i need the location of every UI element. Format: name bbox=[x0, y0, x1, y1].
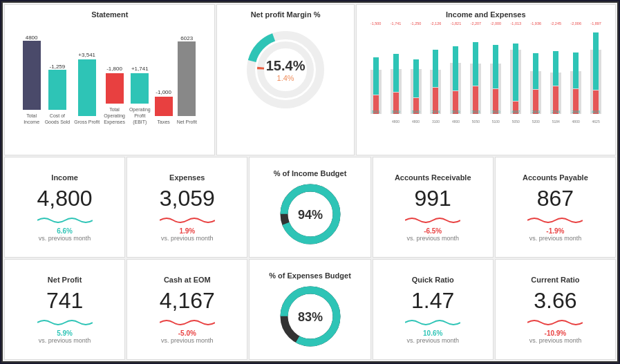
ie-x-label-8: 5200 bbox=[532, 119, 540, 124]
ie-bar-group-3: -2,12629743100 bbox=[426, 21, 446, 125]
kpi-value: 741 bbox=[46, 289, 83, 312]
ie-expense-label-0: -1,500 bbox=[370, 21, 382, 26]
bar-rect-4 bbox=[131, 73, 149, 104]
ie-income-bar-3 bbox=[433, 50, 438, 87]
ie-expense-label-9: -2,245 bbox=[550, 21, 561, 26]
kpi-title: Net Profit bbox=[48, 276, 82, 284]
budget-title-0: % of Income Budget bbox=[274, 169, 347, 178]
wave-icon bbox=[527, 213, 583, 224]
kpi-vs: vs. previous month bbox=[39, 337, 91, 344]
bottom-row: Income4,8006.6%vs. previous monthExpense… bbox=[4, 157, 616, 360]
kpi-value: 991 bbox=[415, 187, 451, 209]
ie-bar-group-11: -1,89746254625 bbox=[586, 21, 605, 125]
ie-expense-label-2: -1,250 bbox=[411, 21, 422, 26]
bar-bottom-label-6: Net Profit bbox=[177, 119, 197, 125]
ie-bar-group-9: -2,24527945184 bbox=[546, 21, 565, 125]
svg-text:94%: 94% bbox=[297, 208, 322, 222]
bar-rect-3 bbox=[106, 73, 124, 104]
bar-bottom-label-2: Gross Profit bbox=[74, 119, 100, 125]
wave-icon bbox=[405, 213, 460, 224]
kpi-vs: vs. previous month bbox=[406, 337, 459, 344]
kpi-title: Current Ratio bbox=[531, 276, 579, 284]
ie-income-bar-1 bbox=[393, 54, 399, 92]
bar-rect-5 bbox=[155, 97, 173, 116]
kpi-value: 1.47 bbox=[411, 289, 454, 312]
ie-bar-group-0: -1,5003001 bbox=[366, 21, 386, 125]
wave-icon bbox=[37, 213, 93, 224]
ie-bar-group-7: -1,01345875050 bbox=[506, 21, 525, 125]
ie-x-label-1: 4800 bbox=[392, 119, 400, 124]
ie-income-label-4: 3579 bbox=[451, 110, 460, 114]
kpi-pct: -5.0% bbox=[178, 329, 196, 337]
npm-title: Net profit Margin % bbox=[251, 10, 321, 19]
bar-group-5: -1,000Taxes bbox=[155, 15, 173, 125]
kpi-pct: -1.9% bbox=[546, 227, 564, 235]
npm-sub-value: 1.4% bbox=[266, 74, 306, 82]
bar-bottom-label-1: Cost of Goods Sold bbox=[45, 113, 71, 125]
budget-cell-0: % of Income Budget94% bbox=[249, 157, 370, 258]
statement-bar-chart: 4800Total Income-1,259Cost of Goods Sold… bbox=[20, 21, 200, 125]
ie-expense-label-10: -2,006 bbox=[570, 21, 581, 26]
kpi-cell-income: Income4,8006.6%vs. previous month bbox=[4, 157, 125, 258]
kpi-value: 3.66 bbox=[534, 289, 576, 312]
ie-income-bar-4 bbox=[453, 46, 458, 90]
kpi-cell-cash-at-eom: Cash at EOM4,167-5.0%vs. previous month bbox=[126, 259, 247, 360]
ie-panel: Income and Expenses -1,5003001-1,7413059… bbox=[356, 4, 616, 155]
kpi-pct: 1.9% bbox=[179, 227, 195, 235]
bar-bottom-label-4: Operating Profit (EBIT) bbox=[129, 106, 151, 125]
bar-rect-6 bbox=[178, 41, 196, 116]
kpi-cell-accounts-receivable: Accounts Receivable991-6.5%vs. previous … bbox=[373, 157, 494, 258]
ie-income-label-0: 3001 bbox=[372, 110, 380, 114]
budget-cell-1: % of Expenses Budget83% bbox=[249, 259, 370, 360]
ie-title: Income and Expenses bbox=[446, 10, 526, 19]
right-kpi-grid: Accounts Receivable991-6.5%vs. previous … bbox=[373, 157, 616, 360]
ie-bar-chart: -1,5003001-1,74130594800-1,25030404800-2… bbox=[364, 21, 608, 125]
ie-income-label-2: 3040 bbox=[411, 110, 420, 114]
bar-value-label-0: 4800 bbox=[26, 35, 38, 41]
ie-x-label-10: 4800 bbox=[572, 119, 580, 124]
kpi-title: Cash at EOM bbox=[164, 276, 211, 284]
ie-income-bar-11 bbox=[593, 32, 599, 90]
ie-income-bar-5 bbox=[473, 42, 478, 86]
kpi-vs: vs. previous month bbox=[529, 235, 582, 242]
bar-top-label-2: +3,541 bbox=[78, 52, 95, 58]
bar-rect-2 bbox=[78, 59, 96, 116]
bar-value-label-1: -1,259 bbox=[50, 64, 66, 70]
ie-bar-group-2: -1,25030404800 bbox=[406, 21, 426, 125]
ie-bar-group-6: -2,00035205100 bbox=[486, 21, 505, 125]
kpi-cell-expenses: Expenses3,0591.9%vs. previous month bbox=[126, 157, 247, 258]
bar-value-label-6: 6023 bbox=[180, 35, 193, 41]
bar-bottom-label-0: Total Income bbox=[24, 113, 39, 125]
ie-bar-group-10: -2,00628884800 bbox=[566, 21, 585, 125]
wave-icon bbox=[160, 316, 215, 327]
bar-group-2: +3,541Gross Profit bbox=[74, 15, 100, 125]
ie-income-label-11: 4625 bbox=[592, 110, 600, 114]
top-row: Statement 4800Total Income-1,259Cost of … bbox=[4, 4, 616, 155]
ie-expense-label-4: -1,821 bbox=[451, 21, 462, 26]
ie-expense-label-1: -1,741 bbox=[391, 21, 402, 26]
kpi-cell-quick-ratio: Quick Ratio1.4710.6%vs. previous month bbox=[373, 259, 494, 360]
budget-donut-1: 83% bbox=[279, 285, 341, 347]
bar-bottom-label-3: Total Operating Expenses bbox=[104, 106, 125, 125]
kpi-vs: vs. previous month bbox=[161, 235, 214, 242]
budget-title-1: % of Expenses Budget bbox=[269, 271, 351, 280]
kpi-title: Accounts Receivable bbox=[395, 173, 471, 182]
kpi-value: 4,167 bbox=[160, 289, 215, 312]
bar-group-1: -1,259Cost of Goods Sold bbox=[45, 15, 71, 125]
kpi-value: 4,800 bbox=[37, 187, 93, 209]
ie-income-label-10: 2888 bbox=[572, 110, 580, 114]
ie-expense-label-11: -1,897 bbox=[590, 21, 601, 26]
ie-bar-group-4: -1,82135794800 bbox=[446, 21, 465, 125]
bar-top-label-5: -1,000 bbox=[156, 89, 171, 95]
kpi-cell-current-ratio: Current Ratio3.66-10.9%vs. previous mont… bbox=[495, 259, 616, 360]
ie-income-label-6: 3520 bbox=[491, 110, 500, 114]
kpi-title: Income bbox=[51, 173, 78, 182]
ie-income-label-9: 2794 bbox=[552, 110, 560, 114]
ie-income-label-5: 3503 bbox=[471, 110, 480, 114]
wave-icon bbox=[37, 316, 93, 327]
kpi-pct: 5.9% bbox=[57, 329, 73, 337]
ie-x-label-6: 5100 bbox=[492, 119, 500, 124]
kpi-cell-accounts-payable: Accounts Payable867-1.9%vs. previous mon… bbox=[495, 157, 616, 258]
kpi-title: Accounts Payable bbox=[523, 173, 588, 182]
ie-income-label-3: 2974 bbox=[431, 110, 440, 114]
